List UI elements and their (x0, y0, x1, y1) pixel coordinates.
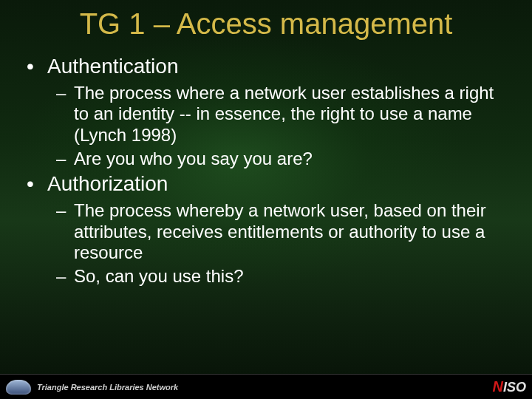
sub-bullet: – So, can you use this? (56, 266, 510, 287)
niso-iso: ISO (503, 380, 526, 395)
dash-icon: – (56, 149, 74, 169)
bullet-authentication: • Authentication (27, 55, 510, 78)
bullet-label: Authentication (47, 55, 178, 78)
footer-bar: Triangle Research Libraries Network NISO (0, 374, 532, 399)
slide-content: • Authentication – The process where a n… (27, 52, 510, 290)
dash-icon: – (56, 83, 74, 146)
dash-icon: – (56, 266, 74, 287)
niso-n: N (493, 378, 503, 395)
trln-badge: Triangle Research Libraries Network (6, 380, 178, 395)
niso-logo: NISO (493, 378, 526, 395)
bullet-icon: • (27, 172, 47, 196)
sub-bullet: – The process where a network user estab… (56, 83, 510, 146)
sub-bullet: – Are you who you say you are? (56, 149, 510, 169)
dash-icon: – (56, 200, 74, 263)
sub-bullet-text: Are you who you say you are? (74, 149, 313, 169)
sub-bullet: – The process whereby a network user, ba… (56, 200, 510, 263)
sub-bullet-text: So, can you use this? (74, 266, 243, 287)
bullet-label: Authorization (47, 172, 168, 196)
slide: TG 1 – Access management • Authenticatio… (0, 0, 532, 399)
trln-logo-icon (6, 380, 31, 395)
trln-text: Triangle Research Libraries Network (37, 383, 178, 392)
sub-bullet-text: The process whereby a network user, base… (74, 200, 510, 263)
slide-title: TG 1 – Access management (0, 7, 532, 41)
bullet-icon: • (27, 55, 47, 78)
bullet-authorization: • Authorization (27, 172, 510, 196)
sub-bullet-text: The process where a network user establi… (74, 83, 510, 146)
